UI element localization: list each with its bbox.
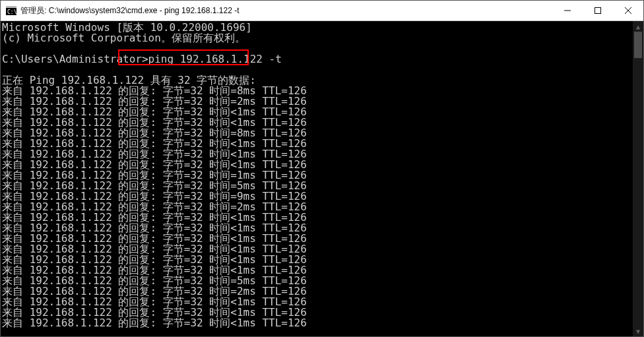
svg-rect-4 bbox=[595, 8, 601, 14]
scrollbar[interactable]: ▲ ▼ bbox=[633, 21, 643, 336]
terminal-area: Microsoft Windows [版本 10.0.22000.1696](c… bbox=[1, 21, 643, 336]
window-title: 管理员: C:\windows\system32\cmd.exe - ping … bbox=[20, 5, 239, 16]
terminal-line: C:\Users\Administrator>ping 192.168.1.12… bbox=[2, 54, 633, 65]
maximize-button[interactable] bbox=[583, 1, 613, 20]
svg-rect-1 bbox=[6, 6, 16, 8]
scroll-up-icon[interactable]: ▲ bbox=[633, 21, 643, 32]
titlebar[interactable]: C:\ 管理员: C:\windows\system32\cmd.exe - p… bbox=[1, 1, 643, 21]
terminal-line: (c) Microsoft Corporation。保留所有权利。 bbox=[2, 33, 633, 44]
scroll-down-icon[interactable]: ▼ bbox=[633, 326, 643, 336]
svg-text:C:\: C:\ bbox=[7, 9, 16, 15]
cmd-window: C:\ 管理员: C:\windows\system32\cmd.exe - p… bbox=[0, 0, 644, 337]
minimize-button[interactable] bbox=[552, 1, 583, 20]
scrollbar-thumb[interactable] bbox=[634, 32, 642, 58]
terminal-output[interactable]: Microsoft Windows [版本 10.0.22000.1696](c… bbox=[1, 21, 633, 336]
terminal-line: 来自 192.168.1.122 的回复: 字节=32 时间<1ms TTL=1… bbox=[2, 318, 633, 328]
scrollbar-track[interactable] bbox=[633, 32, 643, 326]
cmd-icon: C:\ bbox=[6, 6, 16, 15]
close-button[interactable] bbox=[613, 1, 643, 20]
